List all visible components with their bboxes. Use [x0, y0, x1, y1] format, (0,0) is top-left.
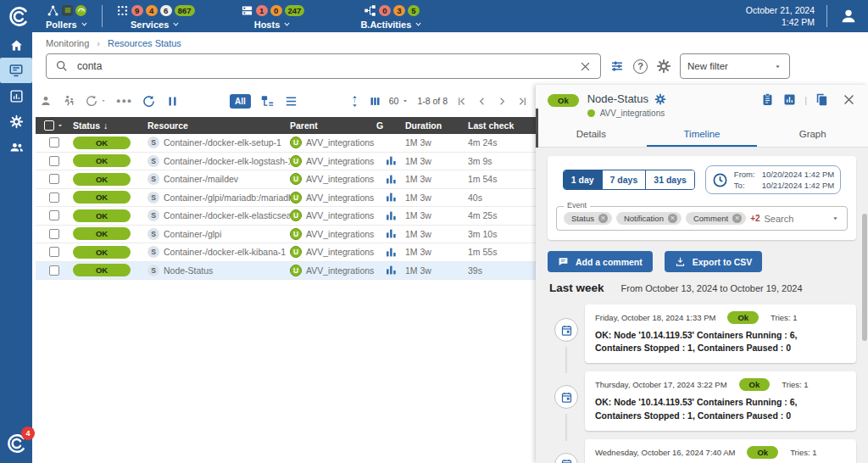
table-row[interactable]: OK SContainer-/docker-elk-logstash-1 UAV…: [36, 153, 536, 171]
view-all-toggle[interactable]: All: [230, 94, 251, 109]
table-row[interactable]: OK SContainer-/maildev UAVV_integrations…: [36, 170, 536, 189]
graph-icon[interactable]: [386, 174, 397, 185]
performance-graph-icon[interactable]: [782, 92, 797, 107]
row-checkbox[interactable]: [49, 174, 59, 184]
table-row[interactable]: OK SContainer-/docker-elk-elasticsearch-…: [36, 207, 536, 226]
panel-tab[interactable]: Graph: [757, 121, 868, 147]
column-header-parent[interactable]: Parent: [290, 120, 376, 131]
columns-settings-icon[interactable]: [369, 95, 381, 108]
graph-icon[interactable]: [386, 155, 397, 166]
column-header-duration[interactable]: Duration: [405, 120, 468, 131]
search-input[interactable]: [77, 60, 570, 72]
first-page-icon[interactable]: [455, 95, 468, 108]
select-options-caret-icon[interactable]: [56, 121, 64, 130]
service-type-badge: S: [147, 265, 159, 276]
row-checkbox[interactable]: [49, 137, 59, 148]
panel-tab[interactable]: Timeline: [647, 121, 758, 147]
graph-icon[interactable]: [386, 265, 397, 276]
more-actions-icon[interactable]: ●●●: [116, 97, 132, 105]
pause-auto-refresh-icon[interactable]: [165, 94, 180, 109]
add-comment-button[interactable]: Add a comment: [548, 251, 653, 272]
refresh-icon[interactable]: [142, 94, 156, 109]
more-chips-count[interactable]: +2: [750, 214, 760, 223]
row-checkbox[interactable]: [49, 192, 59, 203]
service-type-badge: S: [147, 228, 159, 240]
event-type-filter: Event Status× Notification× Comment×: [556, 206, 848, 231]
row-checkbox[interactable]: [49, 156, 59, 166]
column-header-last-check[interactable]: Last check: [468, 120, 536, 131]
sidebar-item-reporting[interactable]: [0, 83, 32, 109]
previous-page-icon[interactable]: [476, 95, 488, 108]
event-filter-chip[interactable]: Status×: [564, 212, 612, 225]
force-check-icon[interactable]: [85, 94, 107, 108]
sidebar-item-monitoring[interactable]: [0, 58, 32, 83]
rows-per-page-select[interactable]: 60: [389, 96, 410, 106]
next-page-icon[interactable]: [496, 95, 509, 108]
column-header-graph[interactable]: G: [376, 120, 405, 131]
last-page-icon[interactable]: [516, 95, 529, 108]
remove-chip-icon[interactable]: ×: [732, 214, 742, 223]
period-button[interactable]: 1 day: [564, 170, 603, 189]
left-sidebar: 4: [0, 32, 32, 463]
table-row[interactable]: OK SContainer-/glpi UAVV_integrations 1M…: [36, 226, 536, 244]
menu-hosts[interactable]: 10247 Hosts: [231, 2, 315, 31]
copy-link-icon[interactable]: [815, 92, 829, 107]
help-icon[interactable]: ?: [633, 59, 648, 74]
row-checkbox[interactable]: [49, 229, 59, 239]
sidebar-bottom-logo[interactable]: 4: [5, 432, 27, 455]
set-downtime-icon[interactable]: [62, 94, 75, 108]
chevron-down-icon[interactable]: [831, 214, 840, 223]
breadcrumb-monitoring[interactable]: Monitoring: [46, 38, 89, 48]
copy-details-clipboard-icon[interactable]: [760, 92, 775, 107]
period-button[interactable]: 31 days: [646, 170, 694, 189]
sidebar-item-administration[interactable]: [0, 134, 32, 159]
row-checkbox[interactable]: [49, 247, 59, 257]
advanced-filters-icon[interactable]: [609, 59, 625, 74]
table-row[interactable]: OK SContainer-/docker-elk-kibana-1 UAVV_…: [36, 243, 536, 262]
table-row[interactable]: OK SContainer-/glpi/mariadb:/mariadb UAV…: [36, 189, 536, 208]
graph-icon[interactable]: [386, 247, 397, 258]
row-checkbox[interactable]: [49, 210, 59, 220]
remove-chip-icon[interactable]: ×: [668, 214, 677, 223]
filter-select[interactable]: New filter: [680, 53, 790, 79]
date-range-picker[interactable]: From: 10/20/2024 1:42 PM To: 10/21/2024 …: [705, 165, 841, 194]
graph-icon[interactable]: [386, 192, 397, 203]
select-all-checkbox[interactable]: [44, 120, 54, 131]
table-row[interactable]: OK SNode-Status UAVV_integrations 1M 3w …: [36, 262, 536, 281]
graph-icon[interactable]: [386, 228, 397, 239]
acknowledge-icon[interactable]: [39, 94, 53, 108]
column-header-status[interactable]: Status↓: [73, 120, 147, 131]
sidebar-item-configuration[interactable]: [0, 109, 32, 134]
sidebar-item-home[interactable]: [0, 32, 32, 58]
tree-view-icon[interactable]: [260, 94, 275, 109]
graph-icon[interactable]: [386, 210, 397, 221]
column-header-resource[interactable]: Resource: [147, 120, 290, 131]
row-checkbox[interactable]: [49, 265, 59, 276]
table-row[interactable]: OK SContainer-/docker-elk-setup-1 UAVV_i…: [36, 134, 536, 153]
menu-pollers[interactable]: Pollers: [36, 2, 98, 31]
breadcrumb-resources-status[interactable]: Resources Status: [108, 38, 181, 48]
centreon-logo-icon[interactable]: [0, 0, 36, 32]
event-filter-chip[interactable]: Comment×: [686, 212, 746, 225]
close-panel-icon[interactable]: [842, 92, 856, 107]
event-filter-chip[interactable]: Notification×: [616, 212, 682, 225]
parent-name: AVV_integrations: [306, 265, 374, 276]
row-density-icon[interactable]: [348, 95, 361, 108]
panel-tab[interactable]: Details: [536, 121, 647, 147]
export-csv-button[interactable]: Export to CSV: [665, 251, 763, 272]
menu-services[interactable]: 946867 Services: [106, 2, 205, 31]
scrollbar-thumb[interactable]: [862, 214, 867, 341]
list-view-icon[interactable]: [284, 94, 298, 109]
menu-bactivities[interactable]: 035 B.Activities: [350, 2, 432, 31]
clear-search-icon[interactable]: [579, 60, 592, 73]
settings-gear-icon[interactable]: [656, 59, 671, 74]
remove-chip-icon[interactable]: ×: [598, 214, 608, 223]
period-button[interactable]: 7 days: [603, 170, 647, 189]
duration-value: 1M 3w: [405, 229, 431, 239]
divider: [102, 5, 103, 27]
user-profile-icon[interactable]: [839, 7, 858, 25]
event-filter-search-input[interactable]: [765, 214, 826, 224]
panel-resize-handle[interactable]: [536, 109, 538, 148]
resource-settings-gear-icon[interactable]: [654, 93, 666, 105]
section-date-range: From October 13, 2024 to October 19, 202…: [621, 283, 803, 293]
